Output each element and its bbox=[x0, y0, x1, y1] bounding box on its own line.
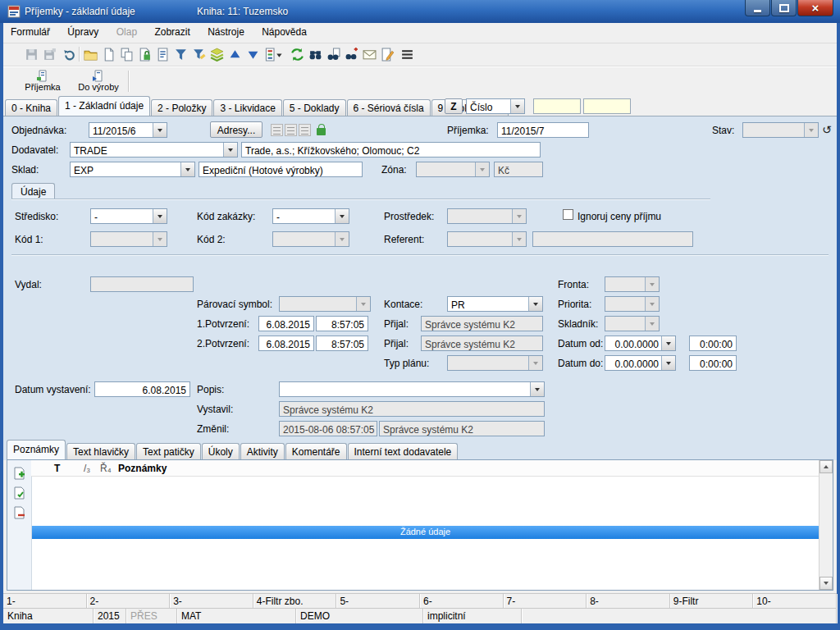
new-doc-icon[interactable] bbox=[100, 46, 116, 62]
close-button[interactable] bbox=[797, 0, 833, 16]
notes-col-title[interactable]: Poznámky bbox=[118, 463, 167, 474]
tab-3-likvidace[interactable]: 3 - Likvidace bbox=[213, 99, 281, 116]
priorita-combo[interactable] bbox=[605, 296, 660, 312]
dropdown-arrow-icon[interactable] bbox=[645, 297, 659, 311]
quick-filter-field-2[interactable] bbox=[583, 98, 631, 114]
dropdown-arrow-icon[interactable] bbox=[335, 232, 349, 246]
tab-interni-text[interactable]: Interní text dodavatele bbox=[348, 443, 459, 459]
datum-od-date-combo[interactable]: 0.00.0000 bbox=[605, 336, 676, 351]
save-icon[interactable] bbox=[23, 46, 39, 62]
history-icon[interactable]: ↺ bbox=[822, 124, 832, 135]
zona-combo[interactable] bbox=[416, 162, 490, 177]
tab-komentare[interactable]: Komentáře bbox=[285, 443, 347, 459]
fronta-combo[interactable] bbox=[605, 276, 660, 292]
address-grid-button[interactable] bbox=[285, 124, 297, 136]
kod2-combo[interactable] bbox=[272, 231, 349, 247]
find-icon[interactable] bbox=[307, 46, 323, 62]
menu-upravy[interactable]: Úpravy bbox=[60, 23, 106, 43]
popis-combo[interactable] bbox=[279, 381, 545, 397]
save-as-icon[interactable] bbox=[41, 46, 57, 62]
tab-ukoly[interactable]: Úkoly bbox=[202, 443, 240, 459]
scroll-down-icon[interactable] bbox=[819, 577, 833, 590]
find-doc-icon[interactable] bbox=[325, 46, 341, 62]
dropdown-arrow-icon[interactable] bbox=[804, 123, 818, 137]
typ-planu-combo[interactable] bbox=[447, 355, 543, 371]
add-note-icon[interactable] bbox=[12, 467, 25, 480]
notes-scrollbar[interactable] bbox=[819, 460, 833, 590]
tab-aktivity[interactable]: Aktivity bbox=[240, 443, 285, 459]
dropdown-arrow-icon[interactable] bbox=[530, 382, 544, 396]
minimize-button[interactable] bbox=[745, 0, 770, 16]
maximize-button[interactable] bbox=[771, 0, 797, 16]
dodavatel-combo[interactable]: TRADE bbox=[70, 142, 238, 158]
menu-zobrazit[interactable]: Zobrazit bbox=[147, 23, 197, 43]
tab-6-seriova-cisla[interactable]: 6 - Sériová čísla bbox=[347, 99, 431, 116]
address-list-button[interactable] bbox=[271, 124, 283, 136]
sort-up-icon[interactable] bbox=[226, 46, 243, 62]
tab-poznamky[interactable]: Poznámky bbox=[7, 440, 66, 459]
scroll-up-icon[interactable] bbox=[819, 460, 833, 473]
potvrzeni2-time-field[interactable]: 8:57:05 bbox=[316, 336, 368, 351]
reports-dropdown-icon[interactable] bbox=[262, 46, 285, 62]
dropdown-arrow-icon[interactable] bbox=[510, 99, 524, 113]
dropdown-arrow-icon[interactable] bbox=[528, 297, 542, 311]
do-vyroby-action-button[interactable]: Do výroby bbox=[66, 68, 131, 98]
copy-icon[interactable] bbox=[118, 46, 135, 62]
tab-2-polozky[interactable]: 2 - Položky bbox=[151, 99, 212, 116]
dropdown-arrow-icon[interactable] bbox=[528, 356, 542, 370]
filter-icon[interactable] bbox=[172, 46, 189, 62]
layers-icon[interactable] bbox=[208, 46, 225, 62]
stredisko-combo[interactable]: - bbox=[90, 208, 167, 224]
potvrzeni1-time-field[interactable]: 8:57:05 bbox=[316, 316, 368, 331]
udaje-subtab[interactable]: Údaje bbox=[11, 183, 55, 199]
find-next-icon[interactable] bbox=[343, 46, 359, 62]
parovaci-symbol-combo[interactable] bbox=[279, 296, 371, 312]
undo-icon[interactable] bbox=[61, 46, 77, 62]
adresy-button[interactable]: Adresy... bbox=[210, 121, 262, 138]
prijemka-action-button[interactable]: Příjemka bbox=[11, 68, 74, 98]
ignoruj-ceny-checkbox[interactable] bbox=[563, 209, 573, 220]
tab-text-hlavicky[interactable]: Text hlavičky bbox=[66, 443, 135, 459]
menu-nastroje[interactable]: Nástroje bbox=[200, 23, 252, 43]
sklad-combo[interactable]: EXP bbox=[70, 162, 195, 177]
z-button[interactable]: Z bbox=[445, 98, 463, 114]
lock-doc-icon[interactable] bbox=[136, 46, 153, 62]
dropdown-arrow-icon[interactable] bbox=[180, 162, 194, 176]
dropdown-arrow-icon[interactable] bbox=[153, 209, 167, 223]
mail-icon[interactable] bbox=[361, 46, 377, 62]
kod1-combo[interactable] bbox=[90, 231, 167, 247]
prostredek-combo[interactable] bbox=[447, 208, 527, 224]
prijemka-field[interactable]: 11/2015/7 bbox=[497, 122, 589, 138]
tab-1-zakladni-udaje[interactable]: 1 - Základní údaje bbox=[58, 96, 150, 116]
datum-od-time-field[interactable]: 0:00:00 bbox=[689, 336, 737, 351]
skladnik-combo[interactable] bbox=[605, 316, 660, 331]
notes-col-type[interactable]: T bbox=[54, 463, 60, 474]
dropdown-arrow-icon[interactable] bbox=[223, 143, 237, 157]
dropdown-arrow-icon[interactable] bbox=[512, 232, 526, 246]
datum-do-time-field[interactable]: 0:00:00 bbox=[689, 355, 737, 371]
notes-col-mark1[interactable]: /₃ bbox=[84, 463, 90, 474]
datum-do-date-combo[interactable]: 0.00.0000 bbox=[605, 355, 676, 371]
stav-combo[interactable] bbox=[742, 122, 819, 138]
dropdown-arrow-icon[interactable] bbox=[153, 123, 167, 137]
potvrzeni2-date-field[interactable]: 6.08.2015 bbox=[258, 336, 314, 351]
dropdown-arrow-icon[interactable] bbox=[661, 356, 675, 370]
quick-filter-field-1[interactable] bbox=[533, 98, 581, 114]
dropdown-arrow-icon[interactable] bbox=[645, 277, 659, 291]
note-doc-icon[interactable] bbox=[154, 46, 171, 62]
dropdown-arrow-icon[interactable] bbox=[645, 317, 659, 331]
kod-zakazky-combo[interactable]: - bbox=[272, 208, 349, 224]
dropdown-arrow-icon[interactable] bbox=[475, 162, 489, 176]
notes-col-mark2[interactable]: Ř₄ bbox=[100, 463, 112, 474]
dodavatel-detail-field[interactable]: Trade, a.s.; Křížkovského; Olomouc; C2 bbox=[241, 142, 541, 158]
dropdown-arrow-icon[interactable] bbox=[512, 209, 526, 223]
menu-formular[interactable]: Formulář bbox=[3, 23, 57, 43]
tab-0-kniha[interactable]: 0 - Kniha bbox=[5, 99, 57, 116]
tab-5-doklady[interactable]: 5 - Doklady bbox=[283, 99, 346, 116]
potvrzeni1-date-field[interactable]: 6.08.2015 bbox=[258, 316, 314, 331]
dropdown-arrow-icon[interactable] bbox=[153, 232, 167, 246]
kontace-combo[interactable]: PR bbox=[447, 296, 543, 312]
objednavka-combo[interactable]: 11/2015/6 bbox=[89, 122, 167, 138]
copy-note-icon[interactable] bbox=[12, 486, 25, 500]
menu-lines-icon[interactable] bbox=[399, 46, 415, 62]
